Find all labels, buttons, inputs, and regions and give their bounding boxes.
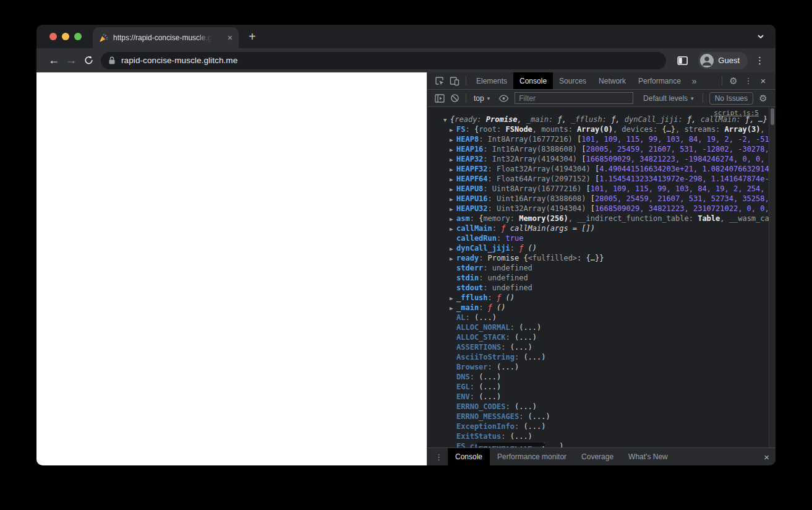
log-levels-label: Default levels [643, 94, 688, 103]
console-token: : [492, 224, 501, 233]
expand-arrow-icon[interactable]: ▶ [450, 175, 456, 184]
devtools-settings-gear-icon[interactable]: ⚙ [726, 74, 741, 89]
console-row: ExitStatus: (...) [427, 431, 769, 441]
expand-arrow-icon[interactable]: ▶ [450, 244, 456, 253]
minimize-window-button[interactable] [62, 33, 69, 40]
console-token: () [505, 293, 514, 302]
drawer-tab-what-s-new[interactable]: What's New [621, 448, 675, 465]
expand-arrow-icon[interactable]: ▶ [450, 214, 456, 223]
tab-close-icon[interactable]: × [228, 33, 233, 42]
profile-button[interactable]: Guest [698, 52, 748, 69]
console-token [482, 115, 486, 124]
expand-arrow-icon[interactable]: ▶ [450, 155, 456, 164]
devtools-menu-kebab-icon[interactable]: ⋮ [741, 74, 756, 89]
console-token: ƒ [488, 303, 497, 312]
console-token: (...) [479, 373, 501, 381]
expand-arrow-icon[interactable]: ▶ [450, 145, 456, 154]
device-toolbar-icon[interactable] [447, 74, 462, 89]
drawer-menu-kebab-icon[interactable]: ⋮ [430, 452, 448, 462]
expand-arrow-icon[interactable]: ▶ [450, 194, 456, 204]
no-issues-button[interactable]: No Issues [709, 92, 753, 105]
console-token: Float64Array(2097152) [497, 175, 595, 183]
new-tab-button[interactable]: + [249, 30, 256, 44]
console-token: : [483, 145, 492, 153]
webpage-viewport[interactable] [36, 72, 427, 465]
console-token: , [517, 115, 526, 124]
console-token: : {…}} [577, 254, 604, 262]
browser-tab[interactable]: https://rapid-concise-muscle.g × [93, 27, 239, 48]
console-token: stderr [456, 264, 483, 272]
more-tabs-icon[interactable]: » [687, 76, 702, 86]
side-panel-button[interactable] [673, 56, 692, 66]
clear-console-icon[interactable] [447, 91, 462, 106]
vertical-scrollbar[interactable] [769, 107, 776, 447]
devtools-tab-sources[interactable]: Sources [553, 72, 592, 89]
browser-window: https://rapid-concise-muscle.g × + ← → r… [36, 25, 776, 465]
console-sidebar-icon[interactable] [432, 91, 447, 106]
devtools-close-icon[interactable]: × [756, 74, 771, 89]
expand-arrow-icon[interactable]: ▶ [450, 293, 456, 303]
console-token: : [488, 204, 497, 213]
inspect-element-icon[interactable] [432, 74, 447, 89]
console-token: : [497, 234, 505, 243]
console-toolbar: top ▾ Default levels ▾ No Issues [427, 90, 776, 107]
console-token: undefined [488, 274, 528, 282]
log-levels-selector[interactable]: Default levels ▾ [638, 94, 699, 103]
console-token: HEAPU16 [456, 194, 488, 203]
console-row: ▶HEAP32: Int32Array(4194304) [1668509029… [427, 154, 769, 164]
expand-arrow-icon[interactable]: ▼ [443, 115, 450, 124]
devtools-tab-elements[interactable]: Elements [470, 72, 513, 89]
console-row: ▶HEAP8: Int8Array(16777216) [101, 109, 1… [427, 134, 769, 144]
expand-arrow-icon[interactable]: ▶ [450, 184, 456, 194]
vertical-scrollbar-thumb[interactable] [771, 108, 774, 125]
back-button[interactable]: ← [45, 54, 62, 67]
drawer-tab-console[interactable]: Console [448, 448, 490, 465]
drawer-close-icon[interactable]: × [764, 452, 769, 462]
drawer-tab-performance-monitor[interactable]: Performance monitor [490, 448, 574, 465]
tab-search-chevron-icon[interactable] [756, 32, 766, 41]
console-token: asm [456, 214, 470, 223]
console-output-area[interactable]: script.js:5 ▼{ready: Promise, _main: ƒ, … [427, 107, 776, 447]
console-token: Browser [456, 363, 488, 371]
devtools-tab-console[interactable]: Console [513, 72, 553, 89]
expand-arrow-icon[interactable]: ▶ [450, 135, 456, 144]
console-token: : [479, 135, 487, 144]
console-token: Float32Array(4194304) [497, 165, 595, 173]
console-token: _main [456, 303, 479, 312]
console-token: Int32Array(4194304) [492, 155, 582, 163]
expand-arrow-icon[interactable]: ▶ [450, 224, 456, 233]
console-token: stdin [456, 274, 479, 282]
console-token: : [470, 214, 479, 223]
context-selector[interactable]: top ▾ [470, 94, 494, 103]
console-token: (...) [497, 363, 519, 371]
console-settings-gear-icon[interactable]: ⚙ [756, 91, 771, 106]
devtools-tab-network[interactable]: Network [592, 72, 632, 89]
expand-arrow-icon[interactable]: ▶ [450, 204, 456, 214]
console-token: HEAPF32 [456, 165, 488, 173]
console-row: ▼{ready: Promise, _main: ƒ, _fflush: ƒ, … [427, 115, 769, 124]
console-token: Array(0) [577, 125, 613, 134]
expand-arrow-icon[interactable]: ▶ [450, 165, 456, 174]
devtools-tab-performance[interactable]: Performance [632, 72, 687, 89]
console-row: calledRun: true [427, 233, 769, 243]
live-expression-eye-icon[interactable] [496, 91, 511, 106]
drawer-tab-coverage[interactable]: Coverage [574, 448, 621, 465]
console-token: FS [456, 125, 465, 134]
console-row: ▶HEAPU8: Uint8Array(16777216) [101, 109,… [427, 184, 769, 194]
divider [722, 76, 722, 85]
expand-arrow-icon[interactable]: ▶ [450, 254, 456, 263]
console-token: : [483, 155, 492, 163]
expand-arrow-icon[interactable]: ▶ [450, 303, 456, 313]
url-bar[interactable]: rapid-concise-muscle.glitch.me [101, 52, 666, 69]
forward-button[interactable]: → [62, 54, 80, 67]
reload-button[interactable] [80, 55, 97, 66]
console-row: ERRNO_MESSAGES: (...) [427, 412, 769, 421]
console-token: undefined [492, 264, 532, 272]
expand-arrow-icon[interactable]: ▶ [450, 125, 456, 134]
close-window-button[interactable] [49, 33, 57, 40]
fullscreen-window-button[interactable] [74, 33, 82, 40]
horizontal-scrollbar-thumb[interactable] [477, 443, 545, 446]
console-token: : [510, 244, 519, 253]
filter-input[interactable] [515, 92, 633, 104]
browser-menu-kebab-icon[interactable]: ⋮ [753, 55, 767, 66]
